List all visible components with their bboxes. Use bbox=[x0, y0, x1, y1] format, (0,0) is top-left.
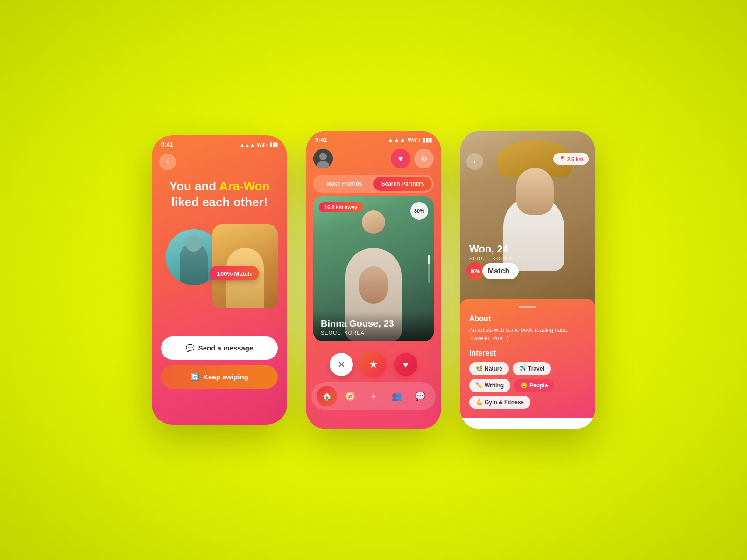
phone2-time: 9:41 bbox=[315, 136, 327, 143]
make-friends-tab[interactable]: Make Friends bbox=[315, 177, 374, 191]
travel-emoji: ✈️ bbox=[519, 365, 526, 372]
phone1-match-heading: You and Ara-Won liked each other! bbox=[152, 174, 287, 215]
phone3-image-container: ‹ 📍 2.5 km 80% Match Won, 24 SEOUL, KORE… bbox=[460, 131, 595, 308]
people-label: People bbox=[529, 382, 548, 389]
phone3-status-bar bbox=[460, 131, 595, 138]
svg-point-1 bbox=[319, 153, 327, 160]
scroll-thumb bbox=[428, 255, 430, 264]
message-icon: 💬 bbox=[186, 344, 195, 352]
battery-icon: ▮▮▮ bbox=[422, 136, 432, 143]
user-avatar[interactable] bbox=[313, 149, 333, 168]
pass-button[interactable]: ✕ bbox=[330, 353, 353, 376]
phone2-status-bar: 9:41 ▲▲▲ WiFi ▮▮▮ bbox=[306, 131, 441, 145]
search-partners-tab[interactable]: Search Partners bbox=[374, 177, 432, 191]
phone2-action-buttons: ✕ ★ ♥ bbox=[306, 345, 441, 382]
x-icon: ✕ bbox=[338, 359, 345, 370]
match-name-highlight: Ara-Won bbox=[219, 179, 270, 193]
travel-label: Travel bbox=[528, 365, 544, 372]
person-card[interactable]: 16.8 km away 80% Binna Gouse, 23 SEOUL, … bbox=[313, 196, 434, 341]
match-label: Match bbox=[482, 263, 519, 279]
make-friends-label: Make Friends bbox=[326, 181, 362, 187]
match-percent-circle: 80% bbox=[466, 262, 484, 280]
writing-emoji: ✏️ bbox=[476, 382, 483, 389]
phone1-match-screen: 9:41 ▲▲▲ WiFi ▮▮▮ ‹ You and Ara-Won like… bbox=[152, 135, 287, 425]
wifi-icon: WiFi bbox=[257, 142, 268, 147]
nav-add[interactable]: ＋ bbox=[363, 386, 384, 406]
phone1-status-icons: ▲▲▲ WiFi ▮▮▮ bbox=[240, 141, 278, 147]
interest-title: Interest bbox=[469, 349, 586, 357]
match-label-text: Match bbox=[488, 267, 509, 275]
search-partners-label: Search Partners bbox=[381, 181, 424, 187]
send-message-label: Send a message bbox=[198, 344, 254, 352]
about-text: An artists with some book reading habit.… bbox=[469, 326, 586, 343]
distance-text: 16.8 km away bbox=[324, 204, 357, 210]
nav-people[interactable]: 👥 bbox=[387, 386, 407, 406]
phone3-match-badge: 80% Match bbox=[466, 262, 519, 280]
phone3-distance-badge: 📍 2.5 km bbox=[553, 153, 589, 165]
chat-icon: 💬 bbox=[415, 391, 425, 401]
phone2-header: ♥ ⚙ bbox=[306, 145, 441, 172]
send-message-button[interactable]: 💬 Send a message bbox=[161, 336, 278, 360]
phone2-status-icons: ▲▲▲ WiFi ▮▮▮ bbox=[388, 136, 432, 143]
phone3-back-button[interactable]: ‹ bbox=[466, 153, 483, 170]
about-title: About bbox=[469, 315, 586, 323]
gym-emoji: 💪 bbox=[476, 399, 483, 406]
phone2-tabs: Make Friends Search Partners bbox=[313, 175, 434, 193]
heart-icon: ♥ bbox=[403, 359, 409, 370]
match-badge-text: 100% Match bbox=[217, 270, 252, 277]
keep-swiping-label: Keep swiping bbox=[203, 373, 248, 381]
nav-explore[interactable]: 🧭 bbox=[340, 386, 360, 406]
wifi-icon: WiFi bbox=[408, 136, 420, 143]
signal-icon: ▲▲▲ bbox=[240, 142, 255, 147]
writing-label: Writing bbox=[485, 382, 504, 389]
phone1-action-buttons: 💬 Send a message 🔄 Keep swiping bbox=[152, 327, 287, 393]
phone3-profile-screen: ‹ 📍 2.5 km 80% Match Won, 24 SEOUL, KORE… bbox=[460, 131, 595, 429]
percent-text: 80% bbox=[414, 208, 424, 214]
super-like-button[interactable]: ★ bbox=[360, 351, 387, 378]
battery-icon: ▮▮▮ bbox=[269, 141, 278, 147]
phones-container: 9:41 ▲▲▲ WiFi ▮▮▮ ‹ You and Ara-Won like… bbox=[152, 131, 595, 429]
drag-handle bbox=[519, 306, 536, 308]
phone2-browse-screen: 9:41 ▲▲▲ WiFi ▮▮▮ ♥ ⚙ Make F bbox=[306, 131, 441, 429]
match-percentage-badge: 100% Match bbox=[210, 266, 259, 280]
avatar-image bbox=[313, 149, 333, 168]
nature-emoji: 🌿 bbox=[476, 365, 483, 372]
match-text-after: liked each other! bbox=[171, 195, 268, 209]
keep-swiping-button[interactable]: 🔄 Keep swiping bbox=[161, 365, 278, 389]
match-percent-badge: 80% bbox=[410, 202, 428, 220]
back-arrow-icon: ‹ bbox=[474, 158, 476, 165]
match-percent-text: 80% bbox=[471, 269, 480, 274]
person-name: Binna Gouse, 23 bbox=[321, 318, 426, 329]
person-name: Won, 24 bbox=[469, 243, 512, 255]
swipe-icon: 🔄 bbox=[190, 373, 199, 381]
nav-home[interactable]: 🏠 bbox=[317, 386, 337, 406]
filter-button[interactable]: ⚙ bbox=[414, 149, 434, 168]
phone1-back-button[interactable]: ‹ bbox=[159, 154, 176, 170]
distance-badge: 16.8 km away bbox=[319, 202, 363, 212]
distance-text: 2.5 km bbox=[567, 156, 583, 162]
person-name-overlay: Won, 24 SEOUL, KOREA bbox=[469, 243, 512, 261]
interest-nature: 🌿 Nature bbox=[469, 362, 509, 375]
person-city: SEOUL, KOREA bbox=[469, 256, 512, 261]
signal-icon: ▲▲▲ bbox=[388, 136, 406, 143]
match-text-before: You and bbox=[169, 179, 219, 193]
nature-label: Nature bbox=[485, 365, 502, 372]
person-card-info: Binna Gouse, 23 SEOUL, KOREA bbox=[313, 311, 434, 341]
interest-writing: ✏️ Writing bbox=[469, 379, 510, 392]
phone1-time: 9:41 bbox=[161, 141, 173, 148]
phone1-avatars: 100% Match bbox=[152, 220, 287, 327]
interests-list: 🌿 Nature ✈️ Travel ✏️ Writing 😊 People 💪 bbox=[469, 362, 586, 409]
back-arrow-icon: ‹ bbox=[167, 158, 169, 166]
person-location: SEOUL, KOREA bbox=[321, 330, 426, 336]
phone2-header-icons: ♥ ⚙ bbox=[391, 149, 434, 168]
plus-icon: ＋ bbox=[369, 391, 378, 402]
people-emoji: 😊 bbox=[521, 382, 528, 389]
gym-label: Gym & Fitness bbox=[485, 399, 524, 406]
compass-icon: 🧭 bbox=[345, 391, 355, 401]
nav-messages[interactable]: 💬 bbox=[410, 386, 430, 406]
like-button[interactable]: ♥ bbox=[394, 353, 417, 376]
interest-people: 😊 People bbox=[514, 379, 554, 392]
phone3-info-panel: About An artists with some book reading … bbox=[460, 299, 595, 418]
likes-button[interactable]: ♥ bbox=[391, 149, 410, 168]
phone2-nav-bar: 🏠 🧭 ＋ 👥 💬 bbox=[311, 382, 436, 410]
